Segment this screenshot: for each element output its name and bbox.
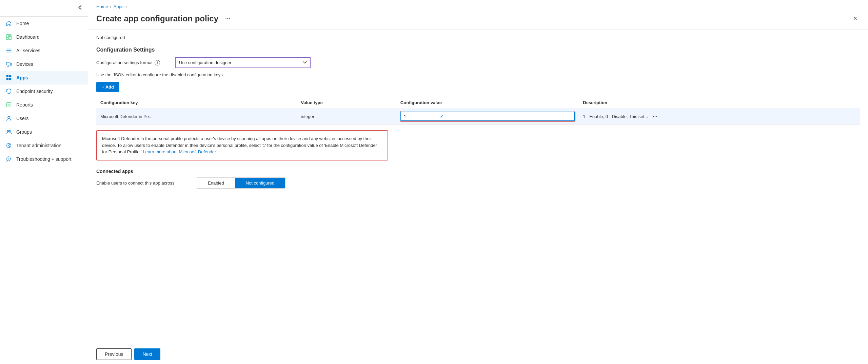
sidebar-item-reports-label: Reports — [16, 102, 33, 108]
connected-apps-label: Enable users to connect this app across — [96, 180, 191, 186]
add-button[interactable]: + Add — [96, 82, 119, 92]
config-format-select[interactable]: Use configuration designer Enter JSON da… — [175, 57, 311, 68]
sidebar-item-all-services[interactable]: All services — [0, 44, 88, 57]
table-cell-key: Microsoft Defender in Pe... — [96, 108, 297, 125]
table-cell-value-type: integer — [297, 108, 396, 125]
sidebar-item-home[interactable]: Home — [0, 17, 88, 30]
svg-point-21 — [8, 145, 9, 146]
toggle-not-configured-button[interactable]: Not configured — [235, 178, 285, 188]
sidebar-item-users[interactable]: Users — [0, 112, 88, 125]
sidebar-item-dashboard[interactable]: Dashboard — [0, 30, 88, 44]
sidebar-item-reports[interactable]: Reports — [0, 98, 88, 112]
col-header-key: Configuration key — [96, 97, 297, 108]
home-icon — [5, 20, 12, 27]
json-hint: Use the JSON editor to configure the dis… — [96, 72, 860, 77]
all-services-icon — [5, 47, 12, 54]
table-row: Microsoft Defender in Pe... integer ✓ 1 … — [96, 108, 860, 125]
svg-rect-1 — [9, 35, 11, 36]
sidebar-item-all-services-label: All services — [16, 48, 40, 53]
troubleshoot-icon — [5, 156, 12, 162]
info-box: Microsoft Defender in the personal profi… — [96, 130, 388, 160]
connected-apps-row: Enable users to connect this app across … — [96, 177, 860, 189]
footer-bar: Previous Next — [88, 344, 868, 364]
sidebar: Home Dashboard All services — [0, 0, 88, 364]
apps-icon — [5, 74, 12, 81]
sidebar-item-apps[interactable]: Apps — [0, 71, 88, 84]
row-more-options-button[interactable]: ··· — [651, 113, 659, 120]
breadcrumb-sep-1: › — [110, 4, 112, 9]
config-format-info-icon[interactable]: i — [155, 60, 160, 65]
svg-rect-9 — [6, 75, 8, 77]
main-panel: Home › Apps › Create app configuration p… — [88, 0, 868, 364]
groups-icon — [5, 129, 12, 135]
breadcrumb: Home › Apps › — [88, 0, 868, 11]
config-format-label: Configuration settings format i — [96, 60, 171, 65]
table-cell-description: 1 - Enable, 0 - Disable; This set... ··· — [579, 108, 860, 125]
svg-rect-11 — [6, 78, 8, 80]
sidebar-item-groups[interactable]: Groups — [0, 125, 88, 139]
reports-icon — [5, 101, 12, 108]
svg-rect-3 — [6, 38, 8, 39]
config-value-input[interactable] — [404, 114, 438, 119]
svg-point-17 — [8, 116, 10, 118]
collapse-sidebar-button[interactable] — [76, 3, 84, 13]
security-icon — [5, 88, 12, 95]
table-cell-config-value: ✓ — [396, 108, 579, 125]
connected-apps-title: Connected apps — [96, 169, 860, 174]
check-icon: ✓ — [440, 114, 444, 119]
svg-point-23 — [8, 160, 9, 160]
users-icon — [5, 115, 12, 122]
sidebar-collapse-section — [0, 0, 88, 17]
close-button[interactable]: × — [850, 13, 860, 24]
breadcrumb-sep-2: › — [125, 4, 127, 9]
sidebar-item-apps-label: Apps — [16, 75, 28, 80]
config-value-input-wrapper[interactable]: ✓ — [400, 112, 575, 121]
tenant-icon — [5, 142, 12, 149]
page-title: Create app configuration policy — [96, 14, 218, 23]
config-settings-title: Configuration Settings — [96, 47, 860, 53]
toggle-enabled-button[interactable]: Enabled — [197, 178, 235, 188]
more-options-button[interactable]: ··· — [222, 14, 233, 23]
sidebar-item-users-label: Users — [16, 116, 29, 121]
sidebar-item-endpoint-security[interactable]: Endpoint security — [0, 84, 88, 98]
svg-rect-12 — [9, 78, 11, 80]
svg-rect-7 — [6, 62, 10, 65]
svg-rect-2 — [9, 36, 11, 39]
sidebar-item-troubleshooting[interactable]: Troubleshooting + support — [0, 152, 88, 166]
svg-rect-8 — [11, 63, 12, 65]
config-table: Configuration key Value type Configurati… — [96, 97, 860, 125]
svg-rect-0 — [6, 35, 8, 37]
sidebar-item-tenant-label: Tenant administration — [16, 143, 61, 148]
sidebar-item-dashboard-label: Dashboard — [16, 34, 40, 40]
breadcrumb-apps[interactable]: Apps — [114, 4, 124, 9]
sidebar-item-home-label: Home — [16, 21, 29, 26]
page-header: Create app configuration policy ··· × — [88, 11, 868, 30]
dashboard-icon — [5, 34, 12, 40]
svg-rect-10 — [9, 75, 11, 77]
breadcrumb-home[interactable]: Home — [96, 4, 108, 9]
not-configured-label: Not configured — [96, 35, 860, 40]
sidebar-item-groups-label: Groups — [16, 129, 32, 135]
col-header-config-value: Configuration value — [396, 97, 579, 108]
sidebar-item-endpoint-security-label: Endpoint security — [16, 89, 53, 94]
col-header-value-type: Value type — [297, 97, 396, 108]
sidebar-item-troubleshooting-label: Troubleshooting + support — [16, 156, 72, 162]
toggle-group: Enabled Not configured — [197, 177, 285, 189]
connected-apps-section: Connected apps Enable users to connect t… — [96, 169, 860, 189]
info-box-link[interactable]: Learn more about Microsoft Defender. — [143, 149, 217, 154]
col-header-description: Description — [579, 97, 860, 108]
content-area: Not configured Configuration Settings Co… — [88, 30, 868, 344]
devices-icon — [5, 61, 12, 68]
sidebar-item-tenant-administration[interactable]: Tenant administration — [0, 139, 88, 152]
next-button[interactable]: Next — [134, 348, 160, 360]
config-format-row: Configuration settings format i Use conf… — [96, 57, 860, 68]
sidebar-item-devices-label: Devices — [16, 61, 33, 67]
sidebar-item-devices[interactable]: Devices — [0, 57, 88, 71]
svg-rect-13 — [7, 103, 11, 107]
previous-button[interactable]: Previous — [96, 348, 132, 360]
config-format-dropdown-wrapper: Use configuration designer Enter JSON da… — [175, 57, 311, 68]
